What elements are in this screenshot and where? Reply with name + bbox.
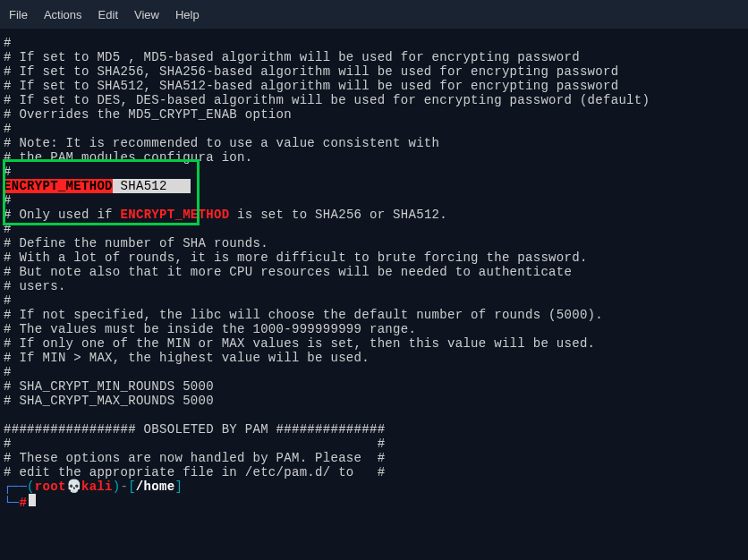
- text-line: # If set to DES, DES-based algorithm wil…: [4, 93, 744, 107]
- encrypt-method-ref: ENCRYPT_METHOD: [121, 208, 230, 222]
- text-line: #: [4, 193, 744, 208]
- text-line: # Note: It is recommended to use a value…: [4, 136, 744, 150]
- text-line: # SHA_CRYPT_MIN_ROUNDS 5000: [4, 379, 744, 394]
- menu-help[interactable]: Help: [175, 8, 200, 21]
- prompt-host: kali: [81, 479, 113, 494]
- skull-icon: 💀: [66, 479, 81, 494]
- text-line: # #: [4, 437, 744, 451]
- prompt-line-1: ┌──(root💀kali)-[/home]: [4, 479, 744, 494]
- prompt-paren: ): [113, 479, 121, 494]
- text-line: [4, 408, 744, 422]
- text-line: #: [4, 165, 744, 179]
- menu-file[interactable]: File: [9, 8, 28, 21]
- menu-edit[interactable]: Edit: [98, 8, 118, 21]
- text-line: # the PAM modules configura ion.: [4, 150, 744, 165]
- text-line: # edit the appropriate file in /etc/pam.…: [4, 465, 744, 479]
- terminal-output[interactable]: # # If set to MD5 , MD5-based algorithm …: [0, 29, 748, 515]
- prompt-paren: (: [27, 479, 35, 494]
- text-line: # If set to SHA512, SHA512-based algorit…: [4, 79, 744, 93]
- menu-view[interactable]: View: [134, 8, 159, 21]
- text-line: # But note also that it more CPU resourc…: [4, 265, 744, 279]
- cursor-icon: [29, 494, 36, 506]
- text-line: # If set to MD5 , MD5-based algorithm wi…: [4, 50, 744, 64]
- prompt-line-2[interactable]: └─#: [4, 494, 744, 508]
- menu-actions[interactable]: Actions: [44, 8, 82, 21]
- text-line: ################# OBSOLETED BY PAM #####…: [4, 422, 744, 437]
- prompt-bracket: [: [128, 479, 136, 494]
- text-line: # If not specified, the libc will choose…: [4, 308, 744, 322]
- text-line: # users.: [4, 279, 744, 293]
- text-line: # If set to SHA256, SHA256-based algorit…: [4, 64, 744, 79]
- text-line: # The values must be inside the 1000-999…: [4, 322, 744, 336]
- encrypt-method-key: ENCRYPT_METHOD: [4, 179, 113, 193]
- text-line: # If MIN > MAX, the highest value will b…: [4, 351, 744, 365]
- text-line: # With a lot of rounds, it is more diffi…: [4, 250, 744, 265]
- text-line: # Define the number of SHA rounds.: [4, 236, 744, 250]
- text-line: # SHA_CRYPT_MAX_ROUNDS 5000: [4, 394, 744, 408]
- text-line: #: [4, 122, 744, 136]
- text-line: #: [4, 36, 744, 50]
- prompt-user: root: [35, 479, 66, 494]
- prompt-corner-icon: ┌──: [4, 479, 27, 494]
- menubar: File Actions Edit View Help: [0, 0, 748, 29]
- text-line: # Overrides the MD5_CRYPT_ENAB option: [4, 107, 744, 122]
- text-line: # Only used if ENCRYPT_METHOD is set to …: [4, 208, 744, 222]
- text-line: #: [4, 222, 744, 236]
- prompt-corner-icon: └─: [4, 496, 19, 510]
- prompt-bracket: ]: [174, 479, 183, 494]
- text-line: #: [4, 293, 744, 308]
- prompt-dash: -: [120, 479, 128, 494]
- prompt-path: /home: [136, 479, 175, 494]
- encrypt-method-line: ENCRYPT_METHOD SHA512: [4, 179, 744, 193]
- text-line: #: [4, 365, 744, 379]
- encrypt-method-value: SHA512: [113, 179, 191, 193]
- prompt-hash: #: [19, 496, 27, 510]
- text-line: # If only one of the MIN or MAX values i…: [4, 336, 744, 351]
- text-line: # These options are now handled by PAM. …: [4, 451, 744, 465]
